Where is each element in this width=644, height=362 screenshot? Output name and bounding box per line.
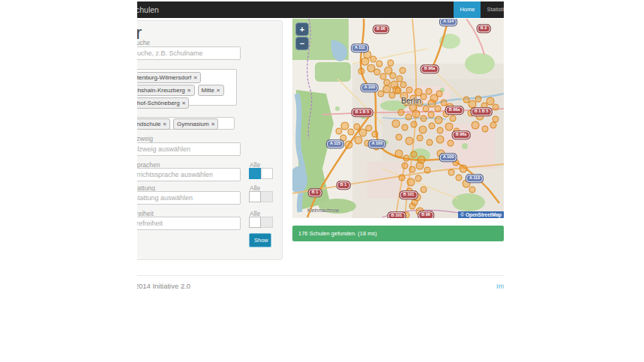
school-marker[interactable] xyxy=(435,106,442,112)
school-marker[interactable] xyxy=(372,131,379,138)
school-marker[interactable] xyxy=(395,150,403,158)
zoom-out-button[interactable]: − xyxy=(295,37,309,50)
school-marker[interactable] xyxy=(436,136,445,144)
school-marker[interactable] xyxy=(429,123,436,130)
branch-input[interactable] xyxy=(137,142,241,156)
school-marker[interactable] xyxy=(490,122,497,129)
accessibility-input[interactable] xyxy=(137,217,241,230)
tag-remove-icon[interactable]: × xyxy=(163,120,166,128)
show-button[interactable]: Show xyxy=(249,233,271,247)
school-marker[interactable] xyxy=(421,187,427,193)
nav-item-home[interactable]: Home xyxy=(454,1,481,18)
school-marker[interactable] xyxy=(450,115,457,122)
school-marker[interactable] xyxy=(416,162,424,170)
district-tag[interactable]: Charlottenburg-Wilmersdorf× xyxy=(137,72,201,83)
school-marker[interactable] xyxy=(406,137,414,145)
school-marker[interactable] xyxy=(348,129,355,136)
districts-multiselect[interactable]: Charlottenburg-Wilmersdorf×Friedrichshai… xyxy=(137,69,237,106)
district-tag[interactable]: Mitte× xyxy=(198,85,224,96)
school-marker[interactable] xyxy=(392,120,400,128)
school-marker[interactable] xyxy=(426,88,433,95)
brand-title[interactable]: Schulen xyxy=(137,1,159,18)
search-input[interactable] xyxy=(137,46,241,60)
school-marker[interactable] xyxy=(355,136,363,145)
school-marker[interactable] xyxy=(419,126,427,134)
district-tag[interactable]: Friedrichshain-Kreuzberg× xyxy=(137,85,195,96)
school-marker[interactable] xyxy=(398,109,405,116)
tag-label: Mitte xyxy=(202,86,214,94)
school-marker[interactable] xyxy=(456,175,463,181)
school-marker[interactable] xyxy=(469,187,476,193)
tag-remove-icon[interactable]: × xyxy=(211,120,215,128)
school-marker[interactable] xyxy=(424,167,431,174)
nav-items: HomeStatistiken xyxy=(454,1,504,18)
schooltype-tag[interactable]: Gymnasium× xyxy=(173,118,218,130)
school-marker[interactable] xyxy=(435,116,443,124)
school-marker[interactable] xyxy=(406,87,413,94)
school-marker[interactable] xyxy=(448,169,455,176)
school-marker[interactable] xyxy=(407,178,415,187)
equipment-alle-toggle[interactable] xyxy=(249,191,273,202)
school-marker[interactable] xyxy=(396,134,403,141)
school-marker[interactable] xyxy=(412,110,421,118)
school-marker[interactable] xyxy=(376,61,383,67)
road-badge-b-96: B 96 xyxy=(418,211,433,218)
road-badge-b-1-b-5: B 1 B 5 xyxy=(472,108,492,115)
zoom-in-button[interactable]: + xyxy=(295,22,309,36)
tag-label: Gymnasium xyxy=(177,120,209,128)
tag-label: Tempelhof-Schöneberg xyxy=(137,99,180,107)
tag-remove-icon[interactable]: × xyxy=(187,86,191,94)
school-marker[interactable] xyxy=(448,140,454,147)
school-marker[interactable] xyxy=(493,104,499,111)
school-marker[interactable] xyxy=(427,139,433,146)
languages-alle-toggle[interactable] xyxy=(249,168,273,179)
school-marker[interactable] xyxy=(388,60,394,67)
tag-remove-icon[interactable]: × xyxy=(182,99,186,107)
footer-impressum-link[interactable]: Impressum xyxy=(496,282,504,290)
school-marker[interactable] xyxy=(417,135,424,142)
school-marker[interactable] xyxy=(460,165,468,173)
school-marker[interactable] xyxy=(400,67,406,74)
school-marker[interactable] xyxy=(421,115,427,122)
school-marker[interactable] xyxy=(366,125,373,132)
school-marker[interactable] xyxy=(358,68,365,75)
school-marker[interactable] xyxy=(389,92,396,99)
equipment-input[interactable] xyxy=(137,191,241,205)
schooltypes-multiselect[interactable]: Grundschule×Gymnasium× xyxy=(137,117,235,130)
school-marker[interactable] xyxy=(409,166,416,173)
school-marker[interactable] xyxy=(475,96,482,103)
school-marker[interactable] xyxy=(403,155,410,162)
school-marker[interactable] xyxy=(390,73,397,79)
nav-item-statistiken[interactable]: Statistiken xyxy=(481,1,504,18)
school-marker[interactable] xyxy=(482,126,489,133)
school-marker[interactable] xyxy=(412,199,418,206)
school-marker[interactable] xyxy=(402,124,409,131)
school-marker[interactable] xyxy=(345,141,353,149)
road-badge-a-113: A 113 xyxy=(466,175,483,182)
schooltype-tag[interactable]: Grundschule× xyxy=(137,118,170,130)
school-marker[interactable] xyxy=(411,151,418,158)
languages-input[interactable] xyxy=(137,168,241,181)
tag-remove-icon[interactable]: × xyxy=(217,86,220,94)
map[interactable]: + − Berlin Kleinmachnow © OpenStreetMap … xyxy=(292,19,504,218)
district-tag[interactable]: Tempelhof-Schöneberg× xyxy=(137,97,189,109)
accessibility-alle-toggle[interactable] xyxy=(249,217,273,228)
school-marker[interactable] xyxy=(436,91,443,97)
footer-divider xyxy=(137,275,504,276)
road-badge-a-100: A 100 xyxy=(440,154,457,161)
school-marker[interactable] xyxy=(400,82,407,88)
school-marker[interactable] xyxy=(415,175,422,182)
school-marker[interactable] xyxy=(361,58,370,66)
school-marker[interactable] xyxy=(445,123,454,131)
toggle-knob xyxy=(261,168,273,179)
tag-remove-icon[interactable]: × xyxy=(193,73,197,82)
town-label: Kleinmachnow xyxy=(307,208,339,213)
school-marker[interactable] xyxy=(428,112,435,118)
school-marker[interactable] xyxy=(411,121,418,128)
school-marker[interactable] xyxy=(472,121,480,130)
school-marker[interactable] xyxy=(402,163,409,169)
school-marker[interactable] xyxy=(437,127,444,134)
school-marker[interactable] xyxy=(406,114,412,121)
map-attribution[interactable]: © OpenStreetMap xyxy=(458,211,504,218)
school-marker[interactable] xyxy=(399,175,406,181)
